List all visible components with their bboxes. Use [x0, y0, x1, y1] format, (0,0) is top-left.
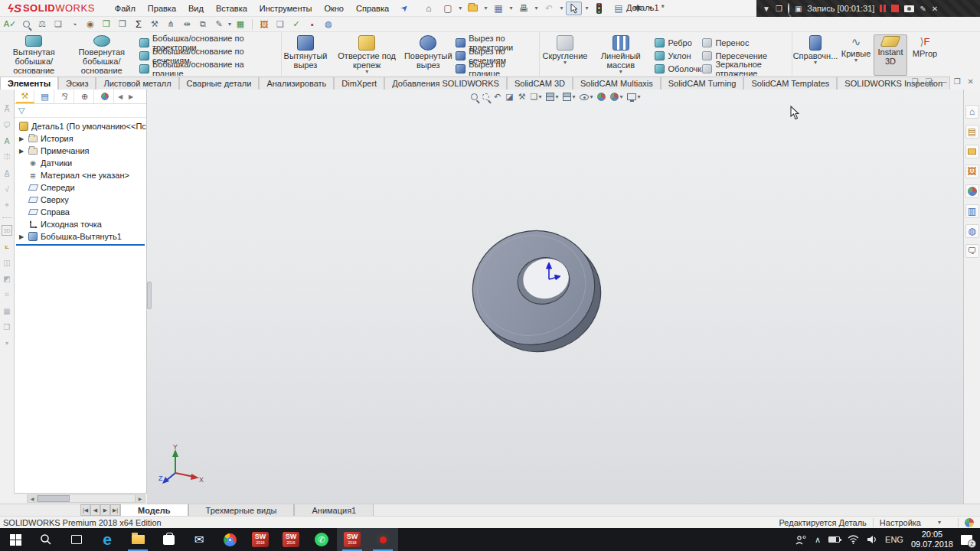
display-states-icon[interactable]: ❑ — [273, 18, 287, 31]
render-tools-icon[interactable]: 🖼︎ — [257, 18, 271, 31]
expand-arrow-icon[interactable]: ▶ — [18, 135, 25, 142]
save-caret-icon[interactable]: ▾ — [509, 5, 512, 11]
fm-tabs-right-icon[interactable]: ▶ — [126, 93, 136, 100]
wifi-icon[interactable] — [848, 535, 859, 544]
tab-evaluate[interactable]: Анализировать — [259, 77, 334, 90]
pane-right-icon[interactable]: ❏ — [926, 77, 933, 86]
tree-item-material[interactable]: ≣ Материал <не указан> — [15, 169, 146, 181]
rib-button[interactable]: Ребро — [652, 37, 697, 48]
geom-tolerance-icon[interactable]: ⌖ — [2, 200, 12, 210]
zoom-area-icon[interactable] — [482, 93, 489, 100]
blocks-tool-icon[interactable]: ❒ — [2, 321, 12, 332]
extruded-cut-button[interactable]: Вытянутыйвырез — [282, 34, 329, 76]
rebuild-button[interactable] — [591, 2, 607, 15]
tab-solidcam-turning[interactable]: SolidCAM Turning — [661, 77, 744, 90]
tab-solidcam3d[interactable]: SolidCAM 3D — [507, 77, 573, 90]
zoom-fit-icon[interactable] — [471, 93, 478, 100]
geometry-check-icon[interactable]: ❒ — [116, 18, 129, 31]
recorder-pause-button[interactable] — [880, 5, 886, 12]
file-explorer-button[interactable] — [122, 528, 153, 551]
measure-icon[interactable]: ⚖︎ — [35, 18, 49, 31]
whatsapp-button[interactable]: ✆ — [306, 528, 337, 551]
animation1-tab[interactable]: Анимация1 — [294, 504, 374, 517]
tree-item-origin[interactable]: Исходная точка — [15, 218, 146, 230]
curves-button[interactable]: ∿ Кривые▾ — [838, 34, 874, 76]
start-button[interactable] — [0, 528, 31, 551]
fm-tabs-left-icon[interactable]: ◀ — [116, 93, 125, 100]
recorder-screenshot-button[interactable] — [904, 5, 914, 12]
custom-properties-icon[interactable]: ▥ — [965, 204, 979, 218]
close-button[interactable]: ✕ — [968, 77, 974, 86]
boundary-boss-button[interactable]: Бобышка/основание на границе — [137, 63, 279, 74]
configuration-manager-tab[interactable]: ⅋ — [56, 90, 74, 103]
prev-tab-icon[interactable]: ◀ — [90, 504, 100, 516]
datum-tool-icon[interactable]: ⎅ — [2, 152, 12, 162]
edge-button[interactable]: e — [92, 528, 122, 551]
expand-arrow-icon[interactable]: ▶ — [18, 148, 25, 155]
model-items-icon[interactable]: ◫ — [2, 257, 12, 268]
open-caret-icon[interactable]: ▾ — [484, 5, 487, 11]
strip-more-caret-icon[interactable]: ▾ — [2, 337, 12, 348]
dynamic-assist-icon[interactable]: ⚒︎ — [518, 92, 526, 102]
menu-window[interactable]: Окно — [318, 2, 350, 15]
shell-button[interactable]: Оболочка — [652, 63, 697, 74]
view-palette-icon[interactable]: 🖼︎ — [965, 165, 979, 178]
mprop-button[interactable]: ⟩F MProp — [907, 34, 942, 76]
revolved-boss-button[interactable]: Повернутаябобышка/основание — [67, 34, 135, 76]
tree-item-top-plane[interactable]: Сверху — [15, 194, 146, 206]
tab-features[interactable]: Элементы — [0, 77, 58, 90]
recorder-stop-button[interactable] — [891, 5, 899, 12]
task-view-button[interactable] — [61, 528, 92, 551]
tray-chevron-icon[interactable]: ∧ — [815, 535, 821, 545]
boundary-cut-button[interactable]: Вырез по границе — [453, 63, 537, 74]
tab-weldments[interactable]: Сварные детали — [179, 77, 260, 90]
weld-symbol-icon[interactable]: A̲ — [2, 168, 12, 178]
sensors-toolbar-icon[interactable]: ◉ — [83, 18, 97, 31]
sketch-page-icon[interactable]: ❏▾ — [531, 92, 542, 102]
pane-left-icon[interactable]: ❏ — [912, 77, 919, 86]
tree-item-right-plane[interactable]: Справа — [15, 206, 146, 218]
section-tool-icon[interactable]: ◩ — [2, 273, 12, 284]
volume-icon[interactable] — [867, 535, 877, 544]
appearances-scenes-icon[interactable] — [965, 184, 979, 198]
hole-wizard-caret-icon[interactable]: ▾ — [365, 70, 368, 74]
next-tab-icon[interactable]: ▶ — [100, 504, 110, 516]
dimxpert-manager-tab[interactable]: ⊕ — [76, 90, 94, 103]
scroll-left-icon[interactable]: ◀ — [28, 495, 38, 502]
display-manager-tab[interactable] — [96, 90, 114, 103]
recorder-app-button[interactable] — [368, 528, 398, 551]
tab-dimxpert[interactable]: DimXpert — [334, 77, 384, 90]
new-caret-icon[interactable]: ▾ — [459, 5, 462, 11]
mirror-button[interactable]: Зеркальное отражение — [700, 63, 790, 74]
balloon-tool-icon[interactable]: 🗩︎ — [2, 119, 12, 130]
check-feature-icon[interactable]: ❒ — [100, 18, 113, 31]
model-tab[interactable]: Модель — [120, 504, 188, 517]
previous-view-icon[interactable]: ↶ — [494, 92, 501, 102]
expand-arrow-icon[interactable]: ▶ — [18, 233, 25, 240]
menu-edit[interactable]: Правка — [142, 2, 182, 15]
menu-file[interactable]: Файл — [109, 2, 142, 15]
recorder-window-icon[interactable]: ❐ — [776, 5, 782, 13]
model-washer-part[interactable] — [459, 220, 622, 364]
extruded-boss-button[interactable]: Вытянутаябобышка/основание — [0, 34, 67, 76]
fillet-caret-icon[interactable]: ▾ — [564, 60, 567, 65]
tree-item-front-plane[interactable]: Спереди — [15, 181, 146, 194]
taskbar-search-button[interactable] — [31, 528, 61, 551]
performance-evaluation-icon[interactable]: ◔ — [67, 18, 81, 31]
battery-icon[interactable] — [828, 536, 840, 543]
surface-finish-icon[interactable]: √ — [2, 184, 12, 194]
featuremanager-tree-tab[interactable]: ⚒︎ — [16, 90, 34, 103]
chat-forum-icon[interactable]: 🗨︎ — [965, 244, 979, 258]
menu-insert[interactable]: Вставка — [210, 2, 253, 15]
open-button[interactable] — [465, 2, 481, 15]
view-orientation-icon[interactable]: ▾ — [546, 93, 558, 101]
save-button[interactable]: ▦ — [490, 2, 506, 15]
paint-format-icon[interactable]: ✎ — [212, 18, 226, 31]
reference-caret-icon[interactable]: ▾ — [814, 60, 817, 65]
spell-check-icon[interactable]: A✓ — [3, 18, 17, 31]
hole-wizard-button[interactable]: Отверстие под крепеж▾ — [329, 34, 404, 76]
tree-filter-row[interactable]: ▽ — [15, 104, 146, 118]
configuration-label[interactable]: Настройка — [880, 518, 921, 527]
file-explorer-pane-icon[interactable] — [965, 145, 979, 158]
undo-button[interactable]: ↶ — [541, 2, 557, 15]
